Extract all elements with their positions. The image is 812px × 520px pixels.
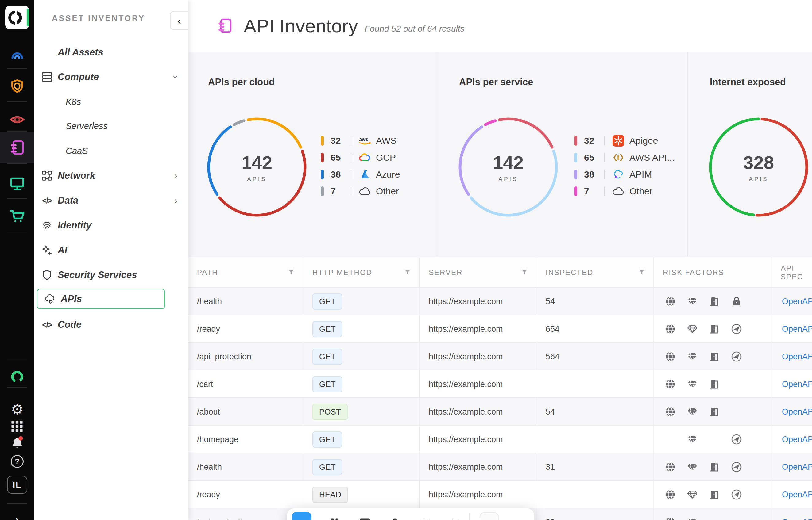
legend-value: 7 <box>584 186 604 197</box>
chart-title: Internet exposed <box>710 77 786 88</box>
sidebar-collapse-button[interactable]: ‹ <box>170 11 188 30</box>
openapi-link[interactable]: OpenAPI <box>782 297 812 306</box>
filter-funnel-icon[interactable] <box>521 269 528 276</box>
sidebar-item-caas[interactable]: CaaS <box>34 141 184 161</box>
monitor-app-icon[interactable] <box>0 171 34 197</box>
rail-divider <box>7 360 27 360</box>
gem-icon-filled <box>687 462 698 472</box>
legend-value: 38 <box>584 169 604 180</box>
azure-logo-icon <box>358 169 372 180</box>
identity-icon <box>41 219 53 231</box>
sidebar-item-security-services[interactable]: Security Services <box>34 265 184 285</box>
sort-icon[interactable] <box>449 517 461 520</box>
cell-path: /api_protection <box>188 508 303 520</box>
legend-separator <box>604 187 605 196</box>
radar-app-icon[interactable] <box>0 41 34 67</box>
sidebar-item-apis[interactable]: APIs <box>37 289 165 309</box>
method-chip: GET <box>313 376 342 392</box>
openapi-link[interactable]: OpenAPI <box>782 380 812 389</box>
chart-title: APIs per cloud <box>208 77 275 88</box>
gem-icon-filled <box>687 296 698 307</box>
sidebar-item-data[interactable]: </>Data› <box>34 190 184 211</box>
globe-icon <box>665 351 676 362</box>
legend-label: GCP <box>376 152 396 163</box>
api-table: PATHHTTP METHODSERVERINSPECTEDRISK FACTO… <box>188 257 812 520</box>
chart-title: APIs per service <box>459 77 533 88</box>
sidebar-item-k8s[interactable]: K8s <box>34 92 184 112</box>
cell-method: GET <box>303 453 419 481</box>
sidebar-item-all-assets[interactable]: All Assets <box>34 42 184 62</box>
primary-action-button[interactable] <box>292 512 312 520</box>
expand-chevron-icon[interactable]: › <box>0 506 34 520</box>
table-row[interactable]: /health GET https://example.com 54 OpenA… <box>188 288 812 315</box>
cell-risk-factors <box>654 288 771 315</box>
door-icon <box>709 323 720 335</box>
donut-chart: 328 APIS <box>707 115 811 219</box>
sidebar-item-compute[interactable]: Compute› <box>34 67 184 87</box>
rail-divider <box>7 68 27 69</box>
aws-logo-icon: aws <box>358 135 372 146</box>
eye-app-icon[interactable] <box>0 106 34 132</box>
legend-value: 38 <box>330 169 351 180</box>
column-header-api-spec: API SPEC <box>771 257 812 288</box>
table-row[interactable]: /about POST https://example.com 54 OpenA… <box>188 398 812 425</box>
table-row[interactable]: /ready GET https://example.com 654 OpenA… <box>188 315 812 343</box>
legend-swatch <box>574 136 577 146</box>
method-chip: POST <box>313 404 348 420</box>
cell-server: https://example.com <box>419 481 536 508</box>
api-app-icon[interactable] <box>0 132 34 163</box>
table-row[interactable]: /ready HEAD https://example.com OpenAPI <box>188 481 812 508</box>
plane-icon <box>731 323 742 335</box>
sidebar-item-network[interactable]: Network› <box>34 165 184 186</box>
legend-row: 7 Other <box>574 185 674 198</box>
globe-icon <box>665 462 676 472</box>
sidebar-item-ai[interactable]: AI <box>34 240 184 260</box>
sidebar-item-identity[interactable]: Identity <box>34 215 184 235</box>
table-icon[interactable] <box>359 517 371 520</box>
openapi-link[interactable]: OpenAPI <box>782 518 812 520</box>
openapi-link[interactable]: OpenAPI <box>782 407 812 417</box>
cell-api-spec: OpenAPI <box>771 288 812 315</box>
sidebar-item-serverless[interactable]: Serverless <box>34 116 184 136</box>
sidebar-item-code[interactable]: </>Code <box>34 315 184 335</box>
method-chip: HEAD <box>313 487 348 503</box>
legend-label: APIM <box>630 169 652 180</box>
plane-icon <box>731 462 742 472</box>
cell-api-spec: OpenAPI <box>771 398 812 425</box>
shield-app-icon[interactable] <box>0 74 34 100</box>
column-header-risk-factors: RISK FACTORS <box>654 257 771 288</box>
filter-funnel-icon[interactable] <box>288 269 295 276</box>
cart-app-icon[interactable] <box>0 203 34 229</box>
table-row[interactable]: /homepage GET https://example.com OpenAP… <box>188 425 812 453</box>
openapi-link[interactable]: OpenAPI <box>782 462 812 472</box>
table-row[interactable]: /api_protection GET https://example.com … <box>188 343 812 370</box>
openapi-link[interactable]: OpenAPI <box>782 435 812 444</box>
app-logo[interactable] <box>0 4 34 31</box>
plane-icon <box>731 351 742 362</box>
cell-server: https://example.com <box>419 315 536 343</box>
group-icon[interactable] <box>419 517 431 520</box>
more-pill-button[interactable] <box>479 512 499 520</box>
donut-legend: 32 Apigee 65 AWS API... 38 APIM 7 <box>574 134 674 198</box>
legend-swatch <box>321 170 324 179</box>
globe-icon <box>665 323 676 335</box>
legend-swatch <box>574 170 577 179</box>
cell-risk-factors <box>654 425 771 453</box>
ring-logo-icon[interactable] <box>0 364 34 390</box>
table-row[interactable]: /health GET https://example.com 31 OpenA… <box>188 453 812 481</box>
svg-text:aws: aws <box>359 137 368 142</box>
filter-funnel-icon[interactable] <box>404 269 411 276</box>
user-icon[interactable] <box>389 517 401 520</box>
table-row[interactable]: /cart GET https://example.com OpenAPI <box>188 370 812 398</box>
cell-risk-factors <box>654 398 771 425</box>
help-icon[interactable]: ? <box>0 448 34 475</box>
openapi-link[interactable]: OpenAPI <box>782 352 812 362</box>
charts-panel: APIs per cloud 142 APIS 32 aws AWS 65 GC… <box>188 52 812 257</box>
openapi-link[interactable]: OpenAPI <box>782 490 812 499</box>
tenant-button[interactable]: IL <box>0 472 34 498</box>
columns-icon[interactable] <box>329 517 341 520</box>
rail-divider <box>7 387 27 388</box>
filter-funnel-icon[interactable] <box>638 269 645 276</box>
openapi-link[interactable]: OpenAPI <box>782 324 812 334</box>
cell-method: GET <box>303 288 419 315</box>
